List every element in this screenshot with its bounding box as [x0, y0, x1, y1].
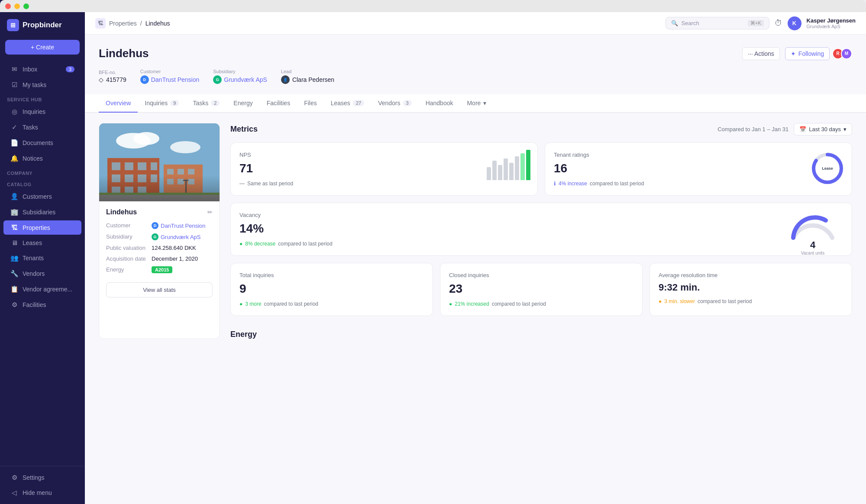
total-inquiries-value: 9 [239, 282, 424, 296]
total-inquiries-footer: ● 3 more compared to last period [239, 301, 424, 307]
metrics-title: Metrics [230, 125, 258, 134]
timer-icon[interactable]: ⏱ [775, 19, 782, 28]
tab-energy[interactable]: Energy [226, 94, 259, 113]
avg-resolution-icon: ● [659, 298, 662, 304]
prop-subsidiary-row: Subsidiary G Grundværk ApS [106, 233, 213, 240]
tab-handbook[interactable]: Handbook [419, 94, 460, 113]
vacancy-footer: ● 8% decrease compared to last period [239, 241, 843, 247]
tab-more[interactable]: More ▾ [460, 94, 493, 113]
sidebar-item-notices[interactable]: 🔔 Notices [3, 151, 81, 166]
date-period-dropdown[interactable]: 📅 Last 30 days ▾ [794, 123, 852, 136]
page-title: Lindehus [99, 47, 149, 60]
tab-vendors-badge: 3 [403, 100, 412, 106]
svg-rect-13 [112, 187, 120, 194]
sidebar-item-properties[interactable]: 🏗 Properties [3, 220, 81, 235]
tab-facilities[interactable]: Facilities [260, 94, 297, 113]
tenant-ratings-footer: ℹ 4% increase compared to last period [554, 181, 843, 187]
nps-footer-icon: — [239, 181, 245, 187]
svg-text:Lease: Lease [822, 166, 833, 171]
vacancy-footer-text: compared to last period [278, 241, 332, 247]
nps-bar-1 [487, 167, 491, 180]
customers-icon: 👤 [10, 193, 18, 200]
following-button[interactable]: ✦ Following [785, 47, 830, 60]
vacancy-label: Vacancy [239, 212, 843, 218]
notices-icon: 🔔 [10, 155, 18, 162]
tab-vendors[interactable]: Vendors 3 [371, 94, 419, 113]
sidebar-item-facilities[interactable]: ⚙ Facilities [3, 297, 81, 312]
sidebar-item-tenants[interactable]: 👥 Tenants [3, 251, 81, 265]
close-btn[interactable] [5, 3, 11, 9]
maximize-btn[interactable] [23, 3, 29, 9]
hide-menu-icon: ◁ [10, 489, 18, 497]
tab-overview[interactable]: Overview [99, 94, 138, 113]
sidebar-item-my-tasks[interactable]: ☑ My tasks [3, 78, 81, 92]
tab-tasks[interactable]: Tasks 2 [186, 94, 226, 113]
prop-acquisition-label: Acquisition date [106, 255, 152, 262]
meta-customer-value: D DanTrust Pension [140, 75, 200, 84]
sidebar-item-inbox[interactable]: ✉ Inbox 3 [3, 62, 81, 77]
sidebar-item-documents[interactable]: 📄 Documents [3, 136, 81, 150]
sidebar-item-customers[interactable]: 👤 Customers [3, 189, 81, 204]
sidebar-item-inquiries[interactable]: ◎ Inquiries [3, 104, 81, 119]
calendar-icon: 📅 [799, 126, 806, 132]
gauge-container: 4 Vacant units [787, 207, 839, 255]
nps-chart [487, 150, 530, 180]
breadcrumb-parent[interactable]: Properties [109, 20, 137, 27]
sidebar-item-hide-menu[interactable]: ◁ Hide menu [3, 485, 81, 500]
minimize-btn[interactable] [14, 3, 20, 9]
tab-inquiries[interactable]: Inquiries 9 [138, 94, 186, 113]
prop-valuation-row: Public valuation 124.258.640 DKK [106, 245, 213, 251]
tab-leases-badge: 27 [353, 100, 364, 106]
sidebar-item-vendor-agreements[interactable]: 📋 Vendor agreeme... [3, 282, 81, 297]
sidebar-item-subsidiaries[interactable]: 🏢 Subsidiaries [3, 205, 81, 220]
tab-leases[interactable]: Leases 27 [324, 94, 371, 113]
subsidiary-link[interactable]: G Grundværk ApS [213, 75, 267, 84]
customer-link[interactable]: D DanTrust Pension [140, 75, 200, 84]
closed-inquiries-text: compared to last period [492, 301, 546, 307]
svg-rect-12 [151, 174, 157, 182]
settings-icon: ⚙ [10, 474, 18, 481]
svg-rect-10 [125, 174, 133, 182]
edit-icon[interactable]: ✏ [207, 209, 213, 216]
facilities-label: Facilities [23, 301, 46, 308]
sidebar-item-leases[interactable]: 🖥 Leases [3, 236, 81, 250]
meta-customer: Customer D DanTrust Pension [140, 69, 200, 84]
vendors-label: Vendors [23, 270, 45, 277]
donut-container: Lease [810, 151, 845, 187]
meta-lead-label: Lead [281, 69, 334, 74]
avg-resolution-highlight: 3 min. slower [664, 298, 695, 304]
actions-button[interactable]: ··· Actions [742, 47, 780, 60]
sidebar-item-vendors[interactable]: 🔧 Vendors [3, 266, 81, 281]
sidebar-item-tasks[interactable]: ✓ Tasks [3, 120, 81, 135]
svg-rect-19 [188, 169, 194, 174]
svg-rect-18 [178, 169, 184, 174]
documents-label: Documents [23, 139, 53, 146]
total-inquiries-icon: ● [239, 301, 242, 307]
topbar-actions: ⏱ K Kasper Jørgensen Grundværk ApS [775, 16, 856, 30]
breadcrumb-icon: 🏗 [95, 18, 106, 29]
section-label-catalog: CATALOG [0, 178, 85, 189]
vendor-agreements-label: Vendor agreeme... [23, 286, 72, 293]
svg-point-3 [170, 141, 200, 153]
metrics-area: Metrics Compared to Jan 1 – Jan 31 📅 Las… [230, 123, 852, 339]
search-box[interactable]: 🔍 Search ⌘+K [666, 17, 769, 29]
view-all-stats-button[interactable]: View all stats [106, 282, 213, 297]
search-shortcut: ⌘+K [748, 20, 764, 26]
tab-energy-label: Energy [233, 100, 252, 107]
page-header: Lindehus ··· Actions ✦ Following R M [99, 47, 852, 60]
create-button[interactable]: + Create [5, 40, 80, 55]
search-icon: 🔍 [671, 20, 678, 26]
sidebar-item-settings[interactable]: ⚙ Settings [3, 470, 81, 485]
prop-acquisition-value: December 1, 2020 [152, 255, 198, 262]
tab-facilities-label: Facilities [267, 100, 290, 107]
property-image [99, 123, 220, 201]
meta-subsidiary: Subsidiary G Grundværk ApS [213, 69, 267, 84]
tab-files[interactable]: Files [297, 94, 324, 113]
closed-inquiries-value: 23 [449, 282, 633, 296]
tab-files-label: Files [304, 100, 317, 107]
prop-subsidiary-link[interactable]: G Grundværk ApS [152, 233, 201, 240]
prop-customer-link[interactable]: D DanTrust Pension [152, 222, 206, 229]
prop-acquisition-row: Acquisition date December 1, 2020 [106, 255, 213, 262]
section-label-company: COMPANY [0, 166, 85, 178]
nps-footer-text: Same as last period [247, 181, 293, 187]
